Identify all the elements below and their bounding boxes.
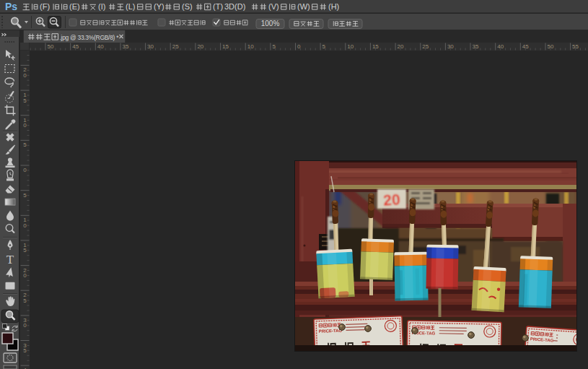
svg-text:45: 45 xyxy=(72,43,79,50)
svg-text:.jpg @ 33.3%(RGB/8) *: .jpg @ 33.3%(RGB/8) * xyxy=(60,34,120,41)
svg-text:3D(D): 3D(D) xyxy=(224,2,245,11)
svg-text:40: 40 xyxy=(97,43,104,50)
svg-text:100%: 100% xyxy=(261,19,280,27)
svg-text:50: 50 xyxy=(548,43,554,50)
svg-text:20: 20 xyxy=(197,43,203,50)
svg-text:5: 5 xyxy=(23,347,27,354)
svg-text:0: 0 xyxy=(23,72,27,79)
svg-text:5: 5 xyxy=(23,247,27,253)
svg-text:35: 35 xyxy=(123,43,129,50)
svg-text:10: 10 xyxy=(247,43,254,50)
svg-text:(W): (W) xyxy=(297,2,310,11)
svg-text:(V): (V) xyxy=(268,2,279,11)
svg-text:50: 50 xyxy=(48,43,54,50)
svg-text:0: 0 xyxy=(297,43,301,50)
svg-text:(H): (H) xyxy=(328,2,339,11)
svg-text:T: T xyxy=(6,253,14,266)
svg-text:30: 30 xyxy=(147,43,154,50)
svg-text:(S): (S) xyxy=(182,2,193,11)
svg-text:20: 20 xyxy=(398,43,404,50)
svg-text:15: 15 xyxy=(222,43,229,50)
svg-text:(E): (E) xyxy=(69,2,80,11)
svg-text:25: 25 xyxy=(422,43,429,50)
svg-text:30: 30 xyxy=(447,43,454,50)
svg-text:45: 45 xyxy=(522,43,529,50)
svg-text:35: 35 xyxy=(473,43,479,50)
svg-text:10: 10 xyxy=(347,43,354,50)
svg-text:0: 0 xyxy=(23,222,27,229)
svg-text:0: 0 xyxy=(23,272,27,279)
svg-text:5: 5 xyxy=(322,43,326,50)
svg-text:0: 0 xyxy=(23,322,27,329)
svg-text:(F): (F) xyxy=(40,2,50,11)
svg-text:20: 20 xyxy=(383,191,401,209)
svg-text:55: 55 xyxy=(572,43,579,50)
svg-text:5: 5 xyxy=(23,192,27,199)
svg-text:(L): (L) xyxy=(126,2,135,11)
svg-text:40: 40 xyxy=(497,43,504,50)
svg-text:15: 15 xyxy=(372,43,379,50)
svg-text:5: 5 xyxy=(23,142,27,148)
svg-text:5: 5 xyxy=(23,298,27,304)
svg-text:5: 5 xyxy=(23,97,27,104)
svg-text:25: 25 xyxy=(172,43,179,50)
svg-text:(I): (I) xyxy=(98,2,105,11)
svg-text:(Y): (Y) xyxy=(154,2,164,11)
svg-text:5: 5 xyxy=(272,43,276,50)
svg-text:(T): (T) xyxy=(213,2,223,11)
svg-text:PRICE-TAG: PRICE-TAG xyxy=(318,329,342,334)
svg-text:0: 0 xyxy=(23,167,27,173)
svg-text:0: 0 xyxy=(23,122,27,129)
